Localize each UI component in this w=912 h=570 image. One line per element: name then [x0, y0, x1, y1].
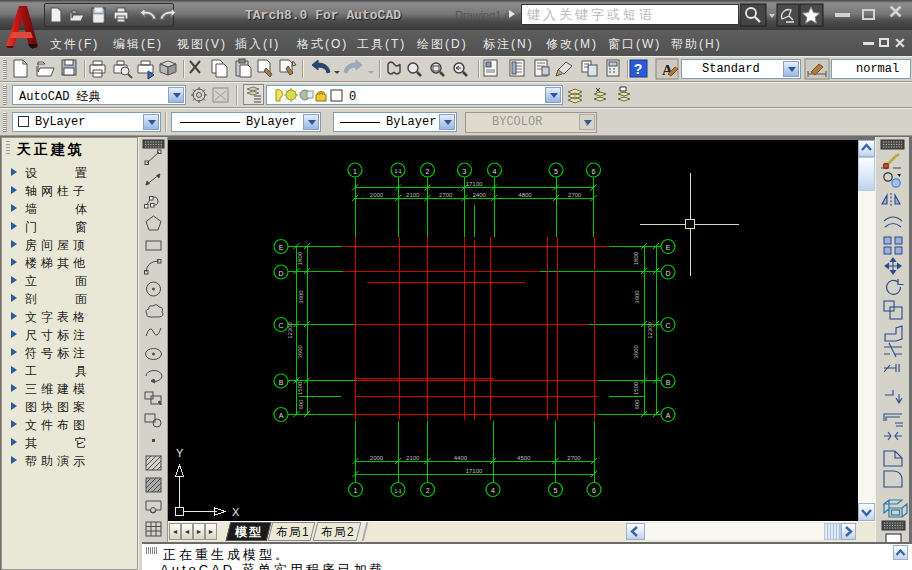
svg-text:1500: 1500: [634, 381, 640, 395]
svg-text:A: A: [279, 412, 284, 419]
svg-text:2: 2: [426, 487, 430, 494]
svg-text:4: 4: [493, 168, 497, 175]
svg-text:3600: 3600: [298, 344, 304, 358]
svg-text:2: 2: [426, 168, 430, 175]
svg-text:2700: 2700: [568, 192, 582, 198]
svg-text:E: E: [666, 244, 671, 251]
svg-text:2100: 2100: [406, 192, 420, 198]
svg-text:5: 5: [554, 487, 558, 494]
svg-text:B: B: [279, 379, 284, 386]
svg-text:2400: 2400: [473, 192, 487, 198]
svg-text:E: E: [279, 244, 284, 251]
svg-text:C: C: [278, 322, 283, 329]
svg-text:D: D: [665, 270, 670, 277]
svg-text:1: 1: [354, 487, 358, 494]
svg-text:17100: 17100: [466, 181, 483, 187]
svg-text:4: 4: [491, 487, 495, 494]
svg-text:0: 0: [349, 90, 356, 104]
svg-text:2000: 2000: [370, 192, 384, 198]
svg-text:12300: 12300: [647, 321, 653, 338]
svg-text:600: 600: [634, 399, 640, 410]
svg-text:D: D: [278, 270, 283, 277]
svg-text:3: 3: [463, 168, 467, 175]
svg-text:1: 1: [353, 168, 357, 175]
svg-text:1800: 1800: [298, 251, 304, 265]
svg-text:3600: 3600: [634, 344, 640, 358]
svg-text:2700: 2700: [567, 455, 581, 461]
svg-text:6: 6: [592, 487, 596, 494]
svg-text:4400: 4400: [454, 455, 468, 461]
svg-text:12300: 12300: [287, 321, 293, 338]
svg-text:1-1: 1-1: [394, 168, 401, 174]
svg-text:2000: 2000: [370, 455, 384, 461]
svg-text:X: X: [232, 506, 240, 518]
svg-text:5: 5: [554, 168, 558, 175]
svg-text:Y: Y: [176, 447, 184, 459]
svg-text:6: 6: [592, 168, 596, 175]
svg-text:3600: 3600: [298, 290, 304, 304]
svg-text:1500: 1500: [298, 381, 304, 395]
svg-text:4800: 4800: [518, 192, 532, 198]
svg-text:1800: 1800: [634, 251, 640, 265]
svg-text:4500: 4500: [517, 455, 531, 461]
svg-text:B: B: [666, 379, 671, 386]
svg-text:1-1: 1-1: [394, 488, 401, 494]
svg-text:17100: 17100: [466, 468, 483, 474]
svg-text:C: C: [665, 322, 670, 329]
svg-text:?: ?: [634, 61, 643, 77]
svg-text:A: A: [666, 412, 671, 419]
svg-text:600: 600: [298, 399, 304, 410]
svg-text:3600: 3600: [634, 290, 640, 304]
svg-text:2700: 2700: [439, 192, 453, 198]
svg-text:2100: 2100: [406, 455, 420, 461]
